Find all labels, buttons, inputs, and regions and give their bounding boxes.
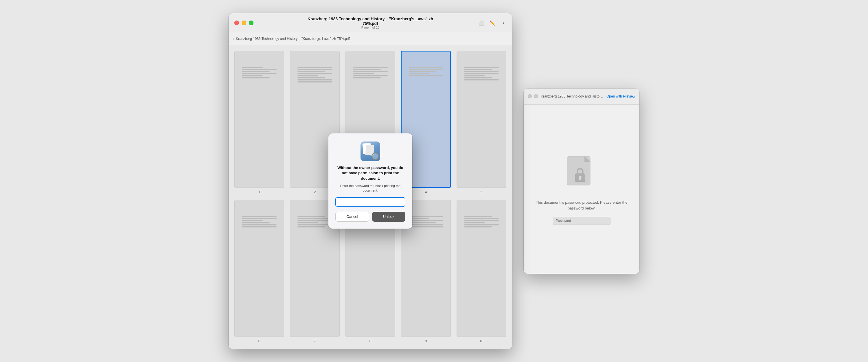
password-input[interactable] (335, 198, 405, 207)
unlock-button[interactable]: Unlock (372, 212, 405, 222)
dialog-app-icon (361, 142, 380, 161)
right-content: This document is password protected. Ple… (524, 105, 640, 274)
right-traffic-lights (528, 94, 538, 98)
cancel-button[interactable]: Cancel (335, 212, 369, 222)
right-titlebar: Kranzberg 1986 Technology and History – … (524, 89, 640, 105)
right-password-input[interactable] (553, 217, 611, 225)
open-with-preview-button[interactable]: Open with Preview (607, 94, 636, 98)
locked-file-svg (564, 153, 599, 194)
locked-file-icon (564, 153, 599, 194)
right-close-button[interactable] (528, 94, 532, 98)
protected-text: This document is password protected. Ple… (532, 200, 631, 211)
dialog-body: Enter the password to unlock printing th… (335, 183, 405, 193)
dialog-buttons: Cancel Unlock (335, 212, 405, 222)
magnifier-icon (372, 152, 379, 160)
password-dialog: Without the owner password, you do not h… (329, 133, 412, 229)
preview-icon (361, 142, 380, 161)
left-window: Kranzberg 1986 Technology and History – … (228, 13, 512, 349)
dialog-overlay: Without the owner password, you do not h… (228, 13, 512, 349)
right-window-title: Kranzberg 1986 Technology and History – … (541, 94, 603, 98)
dialog-title: Without the owner password, you do not h… (335, 165, 405, 181)
svg-rect-3 (579, 178, 581, 180)
right-minimize-button[interactable] (534, 94, 538, 98)
right-window: Kranzberg 1986 Technology and History – … (524, 89, 640, 274)
